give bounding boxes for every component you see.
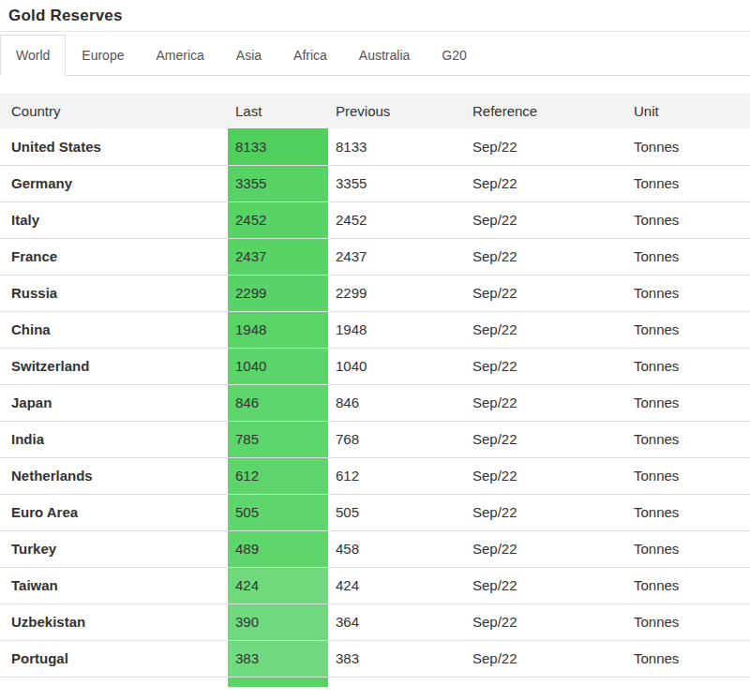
last-cell: 1948 bbox=[228, 311, 328, 348]
previous-cell: 2437 bbox=[328, 238, 465, 275]
previous-cell: 2452 bbox=[328, 201, 465, 238]
last-cell: 2437 bbox=[228, 238, 328, 275]
country-cell[interactable]: China bbox=[0, 311, 228, 348]
table-row: Turkey489458Sep/22Tonnes bbox=[0, 530, 750, 567]
tab-australia[interactable]: Australia bbox=[343, 35, 426, 76]
country-cell[interactable]: Netherlands bbox=[0, 457, 228, 494]
last-cell: 424 bbox=[228, 567, 328, 603]
table-row: Italy24522452Sep/22Tonnes bbox=[0, 201, 750, 238]
previous-cell: 424 bbox=[328, 567, 465, 603]
last-cell: 3355 bbox=[228, 165, 328, 201]
country-cell[interactable]: Germany bbox=[0, 165, 228, 201]
country-cell[interactable]: France bbox=[0, 238, 228, 275]
last-cell: 846 bbox=[228, 384, 328, 421]
previous-cell: 383 bbox=[328, 640, 465, 677]
previous-cell: 1040 bbox=[328, 348, 465, 384]
reference-cell: Sep/22 bbox=[465, 201, 626, 238]
tab-america[interactable]: America bbox=[140, 35, 219, 76]
reference-cell: Sep/22 bbox=[465, 567, 626, 603]
cell bbox=[0, 677, 228, 687]
table-row: France24372437Sep/22Tonnes bbox=[0, 238, 750, 275]
last-cell: 390 bbox=[228, 603, 328, 640]
reference-cell: Sep/22 bbox=[465, 311, 626, 348]
unit-cell: Tonnes bbox=[626, 494, 750, 530]
unit-cell: Tonnes bbox=[626, 275, 750, 311]
country-cell[interactable]: United States bbox=[0, 128, 228, 165]
previous-cell: 1948 bbox=[328, 311, 465, 348]
last-cell: 785 bbox=[228, 421, 328, 457]
gold-reserves-table: Country Last Previous Reference Unit Uni… bbox=[0, 93, 750, 687]
tab-g20[interactable]: G20 bbox=[426, 35, 482, 76]
table-row: Japan846846Sep/22Tonnes bbox=[0, 384, 750, 421]
column-header-previous: Previous bbox=[328, 93, 465, 128]
table-row: United States81338133Sep/22Tonnes bbox=[0, 128, 750, 165]
table-header: Country Last Previous Reference Unit bbox=[0, 93, 750, 128]
last-cell: 2299 bbox=[228, 275, 328, 311]
tab-asia[interactable]: Asia bbox=[220, 35, 278, 76]
reference-cell: Sep/22 bbox=[465, 275, 626, 311]
unit-cell: Tonnes bbox=[626, 348, 750, 384]
country-cell[interactable]: Taiwan bbox=[0, 567, 228, 603]
last-cell: 8133 bbox=[228, 128, 328, 165]
reference-cell: Sep/22 bbox=[465, 421, 626, 457]
unit-cell: Tonnes bbox=[626, 201, 750, 238]
last-cell: 1040 bbox=[228, 348, 328, 384]
country-cell[interactable]: Turkey bbox=[0, 530, 228, 567]
previous-cell: 768 bbox=[328, 421, 465, 457]
country-cell[interactable]: Italy bbox=[0, 201, 228, 238]
table-row: Switzerland10401040Sep/22Tonnes bbox=[0, 348, 750, 384]
unit-cell: Tonnes bbox=[626, 567, 750, 603]
country-cell[interactable]: Euro Area bbox=[0, 494, 228, 530]
tab-europe[interactable]: Europe bbox=[66, 35, 140, 76]
previous-cell: 2299 bbox=[328, 275, 465, 311]
last-cell: 505 bbox=[228, 494, 328, 530]
last-cell: 2452 bbox=[228, 201, 328, 238]
reference-cell: Sep/22 bbox=[465, 530, 626, 567]
cell bbox=[626, 677, 750, 687]
column-header-reference: Reference bbox=[465, 93, 626, 128]
column-header-last: Last bbox=[228, 93, 328, 128]
unit-cell: Tonnes bbox=[626, 238, 750, 275]
reference-cell: Sep/22 bbox=[465, 348, 626, 384]
column-header-country: Country bbox=[0, 93, 228, 128]
reference-cell: Sep/22 bbox=[465, 494, 626, 530]
unit-cell: Tonnes bbox=[626, 457, 750, 494]
table-row: Euro Area505505Sep/22Tonnes bbox=[0, 494, 750, 530]
tab-bar: World Europe America Asia Africa Austral… bbox=[0, 35, 750, 76]
country-cell[interactable]: Portugal bbox=[0, 640, 228, 677]
tab-world[interactable]: World bbox=[0, 35, 66, 76]
unit-cell: Tonnes bbox=[626, 384, 750, 421]
table-row: Germany33553355Sep/22Tonnes bbox=[0, 165, 750, 201]
country-cell[interactable]: Russia bbox=[0, 275, 228, 311]
table-row: Uzbekistan390364Sep/22Tonnes bbox=[0, 603, 750, 640]
reference-cell: Sep/22 bbox=[465, 384, 626, 421]
previous-cell: 3355 bbox=[328, 165, 465, 201]
table-row: Netherlands612612Sep/22Tonnes bbox=[0, 457, 750, 494]
last-cell: 612 bbox=[228, 457, 328, 494]
table-wrap: Country Last Previous Reference Unit Uni… bbox=[0, 93, 750, 687]
tab-africa[interactable]: Africa bbox=[278, 35, 343, 76]
reference-cell: Sep/22 bbox=[465, 165, 626, 201]
reference-cell: Sep/22 bbox=[465, 128, 626, 165]
previous-cell: 846 bbox=[328, 384, 465, 421]
table-row: China19481948Sep/22Tonnes bbox=[0, 311, 750, 348]
country-cell[interactable]: Japan bbox=[0, 384, 228, 421]
country-cell[interactable]: India bbox=[0, 421, 228, 457]
previous-cell: 612 bbox=[328, 457, 465, 494]
unit-cell: Tonnes bbox=[626, 603, 750, 640]
unit-cell: Tonnes bbox=[626, 421, 750, 457]
unit-cell: Tonnes bbox=[626, 530, 750, 567]
table-body: United States81338133Sep/22TonnesGermany… bbox=[0, 128, 750, 687]
country-cell[interactable]: Uzbekistan bbox=[0, 603, 228, 640]
unit-cell: Tonnes bbox=[626, 640, 750, 677]
reference-cell: Sep/22 bbox=[465, 640, 626, 677]
previous-cell: 8133 bbox=[328, 128, 465, 165]
reference-cell: Sep/22 bbox=[465, 238, 626, 275]
gold-reserves-page: Gold Reserves World Europe America Asia … bbox=[0, 0, 750, 700]
table-row: Taiwan424424Sep/22Tonnes bbox=[0, 567, 750, 603]
reference-cell: Sep/22 bbox=[465, 603, 626, 640]
previous-cell: 458 bbox=[328, 530, 465, 567]
unit-cell: Tonnes bbox=[626, 311, 750, 348]
country-cell[interactable]: Switzerland bbox=[0, 348, 228, 384]
cell bbox=[465, 677, 626, 687]
